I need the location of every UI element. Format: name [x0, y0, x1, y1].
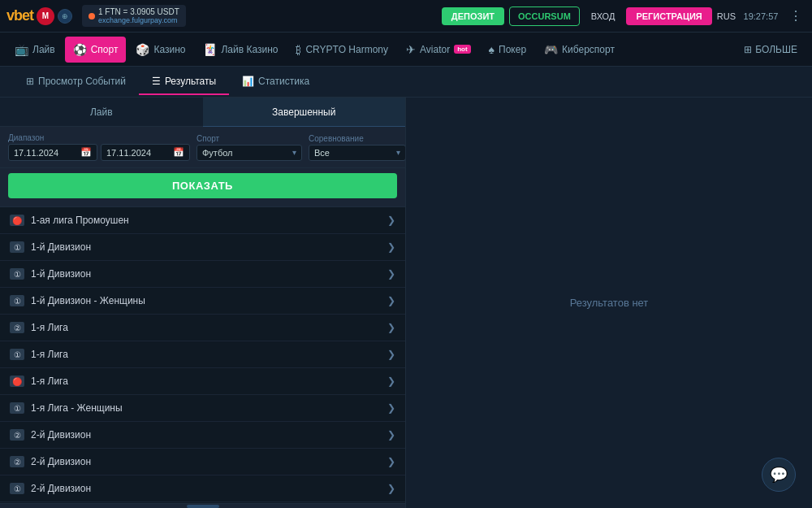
grid-icon: ⊞: [744, 44, 752, 55]
subnav-events[interactable]: ⊞ Просмотр Событий: [13, 69, 139, 95]
nav-item-esports[interactable]: 🎮 Киберспорт: [536, 37, 623, 63]
league-item[interactable]: ② 2-й Дивизион ❯: [0, 449, 405, 475]
ftn-dot: [89, 13, 95, 20]
logo-badge: ⊕: [58, 9, 72, 24]
nav-more-button[interactable]: ⊞ БОЛЬШЕ: [736, 39, 806, 60]
league-chevron-icon: ❯: [387, 268, 395, 280]
scroll-thumb[interactable]: [187, 505, 219, 508]
league-chevron-icon: ❯: [387, 215, 395, 226]
subnav-results[interactable]: ☰ Результаты: [139, 69, 229, 95]
league-item[interactable]: ① 1-й Дивизион - Женщины ❯: [0, 288, 405, 315]
range-label: Диапазон: [8, 133, 190, 142]
show-btn-row: ПОКАЗАТЬ: [0, 168, 405, 207]
subnav-stats-label: Статистика: [258, 76, 309, 87]
nav-label-esports: Киберспорт: [562, 44, 615, 55]
date-to-value: 17.11.2024: [106, 148, 151, 158]
league-item[interactable]: 🔴 1-я Лига ❯: [0, 368, 405, 395]
date-from-value: 17.11.2024: [14, 148, 58, 158]
deposit-button[interactable]: ДЕПОЗИТ: [442, 7, 504, 25]
league-chevron-icon: ❯: [387, 376, 395, 387]
subnav-events-label: Просмотр Событий: [38, 76, 126, 87]
filters-row: Диапазон 17.11.2024 📅 17.11.2024 📅 Спорт…: [0, 127, 405, 168]
sport-select[interactable]: Футбол ▾: [197, 145, 302, 161]
league-flag: ①: [10, 402, 24, 414]
sport-chevron-icon: ▾: [292, 148, 296, 157]
result-tabs: Лайв Завершенный: [0, 98, 405, 127]
register-button[interactable]: РЕГИСТРАЦИЯ: [626, 7, 711, 25]
logo-icon-red: M: [37, 7, 54, 25]
league-list: 🔴 1-ая лига Промоушен ❯ ① 1-й Дивизион ❯…: [0, 207, 405, 503]
tab-completed[interactable]: Завершенный: [203, 98, 406, 127]
nav-item-sport[interactable]: ⚽ Спорт: [65, 37, 127, 63]
nav-more-label: БОЛЬШЕ: [755, 44, 797, 55]
esports-icon: 🎮: [544, 43, 558, 56]
no-results-text: Результатов нет: [570, 297, 649, 309]
league-flag: ①: [10, 268, 24, 280]
top-bar: vbet M ⊕ 1 FTN = 3.0905 USDT exchange.fu…: [0, 0, 812, 33]
league-item[interactable]: ① 2-й Дивизион ❯: [0, 475, 405, 502]
nav-label-casino: Казино: [153, 44, 185, 55]
nav-item-casino[interactable]: 🎲 Казино: [127, 37, 193, 63]
nav-label-aviator: Aviator: [420, 44, 450, 55]
fab-button[interactable]: 💬: [762, 458, 796, 492]
competition-value: Все: [314, 148, 330, 158]
league-name: 1-ая лига Промоушен: [31, 215, 381, 226]
league-chevron-icon: ❯: [387, 241, 395, 253]
nav-item-crypto[interactable]: ₿ CRYPTO Harmony: [287, 37, 396, 63]
tab-completed-label: Завершенный: [272, 106, 335, 118]
occursum-button[interactable]: OCCURSUM: [509, 7, 580, 26]
league-name: 1-я Лига: [31, 349, 381, 360]
subnav-results-label: Результаты: [165, 76, 216, 87]
crypto-icon: ₿: [296, 43, 301, 56]
competition-select[interactable]: Все ▾: [309, 145, 406, 161]
nav-item-poker[interactable]: ♠ Покер: [481, 37, 534, 63]
subnav-stats[interactable]: 📊 Статистика: [229, 69, 322, 95]
date-to-input[interactable]: 17.11.2024 📅: [101, 144, 190, 161]
competition-chevron-icon: ▾: [396, 148, 400, 157]
nav-item-live[interactable]: 📺 Лайв: [6, 37, 63, 63]
nav-item-aviator[interactable]: ✈ Aviator hot: [398, 37, 479, 63]
league-flag: ②: [10, 429, 24, 441]
logo-area: vbet M ⊕: [6, 7, 72, 25]
calendar-from-icon: 📅: [80, 147, 92, 158]
league-item[interactable]: ① 1-я Лига - Женщины ❯: [0, 395, 405, 422]
league-item[interactable]: 🔴 1-ая лига Промоушен ❯: [0, 207, 405, 234]
sport-icon: ⚽: [73, 43, 87, 56]
more-options-button[interactable]: ⋮: [786, 8, 806, 24]
nav-label-sport: Спорт: [91, 44, 119, 55]
show-button[interactable]: ПОКАЗАТЬ: [8, 173, 397, 198]
league-flag: ②: [10, 322, 24, 333]
date-group: 17.11.2024 📅 17.11.2024 📅: [8, 144, 190, 161]
nav-label-poker: Покер: [499, 44, 526, 55]
league-name: 1-й Дивизион - Женщины: [31, 295, 381, 306]
league-flag: ①: [10, 349, 24, 360]
league-item[interactable]: ② 1-я Лига ❯: [0, 315, 405, 341]
fab-icon: 💬: [770, 466, 788, 484]
league-item[interactable]: ① 1-я Лига ❯: [0, 341, 405, 368]
league-item[interactable]: ② 2-й Дивизион ❯: [0, 422, 405, 449]
nav-label-crypto: CRYPTO Harmony: [305, 44, 388, 55]
league-name: 2-й Дивизион: [31, 456, 381, 467]
league-name: 1-й Дивизион: [31, 268, 381, 280]
date-from-input[interactable]: 17.11.2024 📅: [8, 144, 97, 161]
league-chevron-icon: ❯: [387, 349, 395, 360]
nav-label-live-casino: Лайв Казино: [221, 44, 278, 55]
league-flag: ①: [10, 483, 24, 494]
language-selector[interactable]: RUS: [717, 11, 736, 21]
league-chevron-icon: ❯: [387, 295, 395, 306]
nav-item-live-casino[interactable]: 🃏 Лайв Казино: [195, 37, 286, 63]
competition-filter-group: Соревнование Все ▾: [309, 134, 406, 161]
sports-nav: 📺 Лайв ⚽ Спорт 🎲 Казино 🃏 Лайв Казино ₿ …: [0, 33, 812, 67]
tab-live-label: Лайв: [90, 106, 113, 118]
time-display: 19:27:57: [741, 11, 781, 21]
live-icon: 📺: [15, 43, 28, 56]
login-button[interactable]: ВХОД: [585, 7, 622, 25]
league-item[interactable]: ① 1-й Дивизион ❯: [0, 261, 405, 288]
poker-icon: ♠: [489, 43, 495, 56]
tab-live[interactable]: Лайв: [0, 98, 203, 127]
ftn-rate: 1 FTN = 3.0905 USDT: [98, 7, 179, 16]
ftn-info: 1 FTN = 3.0905 USDT exchange.fulgurpay.c…: [82, 5, 186, 27]
league-name: 1-й Дивизион: [31, 241, 381, 253]
live-casino-icon: 🃏: [203, 43, 217, 56]
league-item[interactable]: ① 1-й Дивизион ❯: [0, 234, 405, 261]
